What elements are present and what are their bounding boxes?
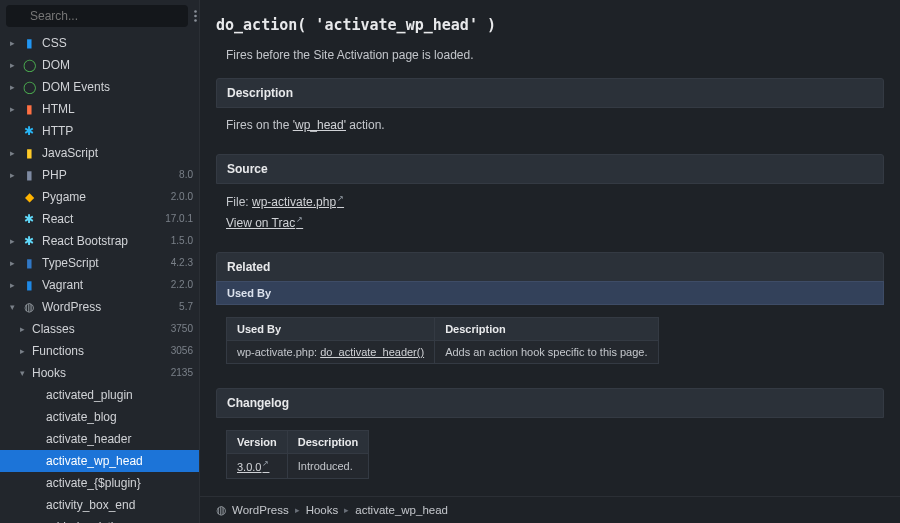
content-scroll[interactable]: do_action( 'activate_wp_head' ) Fires be… [200,0,900,496]
main: do_action( 'activate_wp_head' ) Fires be… [200,0,900,523]
sidebar-item-css[interactable]: ▸▮CSS [0,32,199,54]
chevron-right-icon: ▸ [8,35,16,51]
sidebar-item-activate-plugin-[interactable]: activate_{$plugin} [0,472,199,494]
title-suffix: ' ) [469,16,496,34]
section-head-source: Source [216,154,884,184]
usedby-col2: Description [435,318,658,341]
sidebar-item-label: Vagrant [42,277,165,293]
section-head-related: Related [216,252,884,282]
sidebar-item-added-existing-user[interactable]: added_existing_user [0,516,199,523]
section-body-usedby: Used By Description wp-activate.php: do_… [216,305,884,376]
tech-icon: ◆ [22,189,36,205]
table-row: wp-activate.php: do_activate_header() Ad… [227,341,659,364]
description-link[interactable]: 'wp_head' [293,118,346,132]
sidebar-item-badge: 5.7 [179,299,193,315]
sidebar-item-activate-blog[interactable]: activate_blog [0,406,199,428]
chevron-right-icon: ▸ [18,343,26,359]
sidebar-item-typescript[interactable]: ▸▮TypeScript4.2.3 [0,252,199,274]
tech-icon: ▮ [22,167,36,183]
page-title: do_action( 'activate_wp_head' ) [216,10,884,44]
sidebar-item-badge: 3056 [171,343,193,359]
source-file-link[interactable]: wp-activate.php [252,195,344,209]
svg-point-3 [194,15,197,18]
sidebar-item-label: activate_wp_head [46,453,193,469]
sidebar-item-label: TypeScript [42,255,165,271]
svg-point-4 [194,19,197,22]
breadcrumb-item[interactable]: WordPress [232,504,289,516]
sidebar-item-activated-plugin[interactable]: activated_plugin [0,384,199,406]
usedby-file: wp-activate.php: [237,346,320,358]
sidebar-item-php[interactable]: ▸▮PHP8.0 [0,164,199,186]
changelog-col1: Version [227,431,288,454]
sidebar-item-label: React Bootstrap [42,233,165,249]
sidebar-item-http[interactable]: ✱HTTP [0,120,199,142]
sidebar-item-react[interactable]: ✱React17.0.1 [0,208,199,230]
sidebar-item-react-bootstrap[interactable]: ▸✱React Bootstrap1.5.0 [0,230,199,252]
description-text-post: action. [346,118,385,132]
tech-icon: ▮ [22,277,36,293]
section-head-description: Description [216,78,884,108]
sidebar-item-badge: 4.2.3 [171,255,193,271]
sidebar-item-badge: 2.2.0 [171,277,193,293]
source-view-trac-link[interactable]: View on Trac [226,216,303,230]
sidebar-item-functions[interactable]: ▸Functions3056 [0,340,199,362]
sidebar-item-activate-wp-head[interactable]: activate_wp_head [0,450,199,472]
sidebar-menu-button[interactable] [194,10,197,22]
sidebar-item-label: activated_plugin [46,387,193,403]
changelog-version-cell: 3.0.0 [227,454,288,479]
sidebar-item-label: React [42,211,159,227]
chevron-right-icon: ▸ [18,321,26,337]
sidebar-item-activate-header[interactable]: activate_header [0,428,199,450]
sidebar-item-label: Hooks [32,365,165,381]
section-head-changelog: Changelog [216,388,884,418]
sidebar-nav[interactable]: ▸▮CSS▸◯DOM▸◯DOM Events▸▮HTML✱HTTP▸▮JavaS… [0,32,199,523]
table-row: Version Description [227,431,369,454]
chevron-right-icon: ▸ [8,57,16,73]
changelog-version-link[interactable]: 3.0.0 [237,461,269,473]
tech-icon: ▮ [22,35,36,51]
tech-icon: ▮ [22,101,36,117]
sidebar-item-activity-box-end[interactable]: activity_box_end [0,494,199,516]
chevron-right-icon: ▸ [8,167,16,183]
section-body-description: Fires on the 'wp_head' action. [216,108,884,142]
search-row [0,0,199,32]
sidebar-item-vagrant[interactable]: ▸▮Vagrant2.2.0 [0,274,199,296]
usedby-fn-link[interactable]: do_activate_header() [320,346,424,358]
app-root: ▸▮CSS▸◯DOM▸◯DOM Events▸▮HTML✱HTTP▸▮JavaS… [0,0,900,523]
chevron-right-icon: ▸ [344,505,349,515]
tech-icon: ▮ [22,145,36,161]
sidebar-item-javascript[interactable]: ▸▮JavaScript [0,142,199,164]
sidebar-item-label: JavaScript [42,145,193,161]
section-changelog: Changelog Version Description 3.0.0 Intr… [216,388,884,491]
table-row: Used By Description [227,318,659,341]
sidebar-item-html[interactable]: ▸▮HTML [0,98,199,120]
usedby-table: Used By Description wp-activate.php: do_… [226,317,659,364]
tech-icon: ✱ [22,123,36,139]
sidebar-item-badge: 2.0.0 [171,189,193,205]
section-description: Description Fires on the 'wp_head' actio… [216,78,884,142]
chevron-down-icon: ▾ [8,299,16,315]
page-summary: Fires before the Site Activation page is… [216,44,884,78]
sidebar-item-hooks[interactable]: ▾Hooks2135 [0,362,199,384]
chevron-right-icon: ▸ [8,145,16,161]
sidebar-item-dom-events[interactable]: ▸◯DOM Events [0,76,199,98]
chevron-right-icon: ▸ [8,233,16,249]
breadcrumb-icon: ◍ [216,503,226,517]
sidebar-item-badge: 1.5.0 [171,233,193,249]
search-wrap [6,5,188,27]
sidebar-item-label: Pygame [42,189,165,205]
sidebar-item-classes[interactable]: ▸Classes3750 [0,318,199,340]
sidebar-item-wordpress[interactable]: ▾◍WordPress5.7 [0,296,199,318]
source-file-label: File: [226,195,252,209]
sidebar-item-dom[interactable]: ▸◯DOM [0,54,199,76]
sidebar-item-label: HTML [42,101,193,117]
search-input[interactable] [6,5,188,27]
tech-icon: ▮ [22,255,36,271]
breadcrumb-item[interactable]: Hooks [306,504,339,516]
changelog-col2: Description [287,431,369,454]
section-related: Related Used By Used By Description wp-a… [216,252,884,376]
sidebar-item-badge: 17.0.1 [165,211,193,227]
description-text-pre: Fires on the [226,118,293,132]
sidebar-item-pygame[interactable]: ◆Pygame2.0.0 [0,186,199,208]
breadcrumb-item[interactable]: activate_wp_head [355,504,448,516]
